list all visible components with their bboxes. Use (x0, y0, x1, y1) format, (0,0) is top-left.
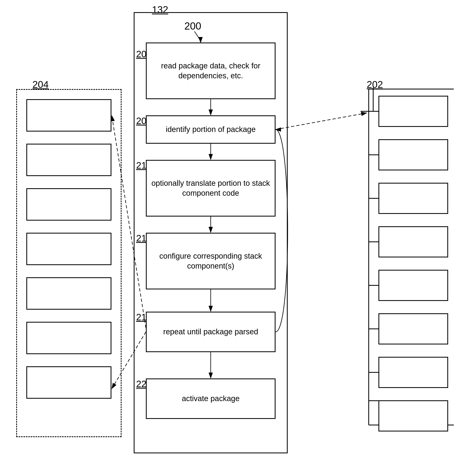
svg-rect-19 (379, 227, 448, 257)
label-200: 200 (184, 20, 201, 32)
flow-box-216 (26, 99, 111, 131)
svg-rect-27 (379, 401, 448, 431)
flow-box-212: configure corresponding stack component(… (146, 233, 276, 289)
diagram-container: 132 200 206 read package data, check for… (0, 0, 469, 476)
memory-row-1 (361, 99, 374, 124)
left-box-5 (26, 277, 111, 310)
label-214: 214 (399, 100, 414, 110)
left-box-6 (26, 322, 111, 354)
left-box-2 (26, 144, 111, 176)
label-204: 204 (33, 79, 49, 90)
left-box-3 (26, 188, 111, 221)
svg-rect-15 (379, 140, 448, 170)
flow-box-218: repeat until package parsed (146, 312, 276, 352)
svg-line-7 (276, 113, 367, 129)
flow-box-206: read package data, check for dependencie… (146, 43, 276, 99)
left-box-7 (26, 366, 111, 399)
label-132: 132 (152, 4, 168, 15)
svg-rect-23 (379, 314, 448, 344)
left-box-4 (26, 233, 111, 265)
svg-rect-25 (379, 357, 448, 388)
flow-box-220: activate package (146, 379, 276, 419)
svg-rect-21 (379, 270, 448, 301)
flow-box-208: identify portion of package (146, 115, 276, 144)
svg-rect-17 (379, 183, 448, 214)
label-202: 202 (367, 79, 383, 90)
flow-box-210: optionally translate portion to stack co… (146, 160, 276, 217)
